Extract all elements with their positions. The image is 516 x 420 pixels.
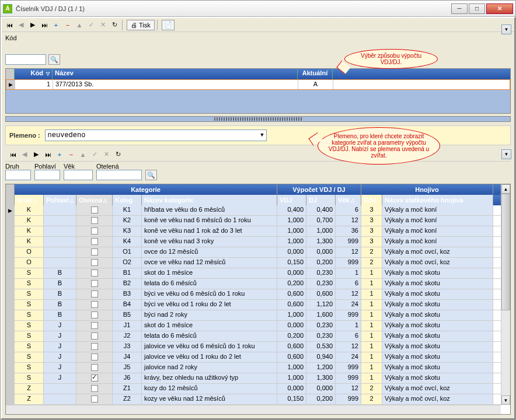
group-header-hnojivo: Hnojivo	[361, 184, 493, 195]
table-row[interactable]: KK3koně ve věku nad 1 rok až do 3 let1,0…	[6, 226, 510, 237]
confirm-button[interactable]: ✓	[86, 20, 96, 30]
nav-last-button[interactable]: ⏭	[39, 20, 50, 30]
group-header-kategorie: Kategorie	[15, 184, 277, 195]
col-header-dj[interactable]: DJ	[306, 195, 336, 205]
cell-nazev: 377/2013 Sb.	[53, 80, 298, 89]
table-row[interactable]: KK2koně ve věku nad 6 měsíců do 1 roku1,…	[6, 216, 510, 226]
table-row[interactable]: OO1ovce do 12 měsíců0,0000,000122Výkaly …	[6, 247, 510, 258]
filter-pohlavi-label: Pohlaví	[34, 163, 60, 170]
print-label: Tisk	[139, 22, 151, 29]
app-icon: A	[3, 4, 12, 13]
print-icon: 🖨	[131, 22, 137, 29]
filter-druh-input[interactable]	[5, 170, 31, 180]
table-row[interactable]: SBB5býci nad 2 roky1,0001,6009991Výkaly …	[6, 310, 510, 321]
col-header-vdj[interactable]: VDJ	[277, 195, 306, 205]
content-area: ⏮ ◀ ▶ ⏭ + − ▲ ✓ ✕ ↻ 🖨 Tisk 📄 Kód ▼	[1, 17, 515, 419]
nav-prev-button-2[interactable]: ◀	[19, 149, 30, 160]
window-title: Číselník VDJ / DJ (1 / 1)	[16, 5, 451, 12]
close-button[interactable]: ✕	[486, 4, 513, 14]
callout-plemeno: Plemeno, pro které chcete zobrazit kateg…	[318, 127, 440, 164]
col-header-hkod[interactable]: Kód	[361, 195, 382, 205]
col-header-hnazev[interactable]: Název statkového hnojiva	[382, 195, 493, 205]
cancel-button[interactable]: ✕	[97, 20, 108, 30]
cancel-button-2[interactable]: ✕	[101, 149, 111, 160]
col-header-otelena[interactable]: Otelená△	[76, 195, 113, 205]
scrollbar-vertical[interactable]: ▲ ▼	[501, 184, 510, 405]
scroll-down-icon[interactable]: ▼	[501, 396, 510, 405]
table-row[interactable]: SJJ2telata do 6 měsíců0,2000,23061Výkaly…	[6, 331, 510, 342]
filter-pohlavi-input[interactable]	[34, 170, 60, 180]
nav-next-button[interactable]: ▶	[27, 20, 38, 30]
filter-row: Druh Pohlaví Věk Otelená 🔍	[5, 163, 511, 180]
binoculars-icon: 🔍	[50, 56, 58, 64]
chevron-down-icon: ▼	[260, 132, 263, 138]
nav-first-button[interactable]: ⏮	[4, 20, 15, 30]
search-button[interactable]: 🔍	[48, 54, 60, 65]
col-header-nazev[interactable]: Název	[53, 69, 298, 79]
filter-otelena-label: Otelená	[96, 163, 142, 170]
delete-button-2[interactable]: −	[66, 149, 76, 160]
main-toolbar: ⏮ ◀ ▶ ⏭ + − ▲ ✓ ✕ ↻ 🖨 Tisk 📄	[2, 18, 514, 32]
scroll-up-icon[interactable]: ▲	[501, 184, 510, 194]
table-row[interactable]: ▶KK1hříbata ve věku do 6 měsíců0,4000,40…	[6, 205, 510, 216]
delete-button[interactable]: −	[62, 20, 73, 30]
col-header-pohlavi[interactable]: Pohlaví△	[44, 195, 76, 205]
col-header-kod[interactable]: Kód ▽	[15, 69, 53, 79]
table-row[interactable]: ZZ2kozy ve věku nad 12 měsíců0,1500,2009…	[6, 394, 510, 405]
table-row[interactable]: SJJ1skot do 1 měsíce0,0000,23011Výkaly a…	[6, 321, 510, 331]
group-header-vypocet: Výpočet VDJ / DJ	[277, 184, 361, 195]
col-header-nazevkat[interactable]: Název kategorie	[142, 195, 277, 205]
filter-search-button[interactable]: 🔍	[145, 170, 157, 180]
minimize-button[interactable]: ─	[451, 4, 468, 14]
col-header-aktualni[interactable]: Aktuální	[298, 69, 333, 79]
row-indicator-icon: ▶	[6, 80, 15, 89]
nav-first-button-2[interactable]: ⏮	[8, 149, 18, 160]
col-header-druh[interactable]: Druh△	[15, 195, 44, 205]
splitter[interactable]	[5, 116, 511, 122]
edit-button-2[interactable]: ▲	[78, 149, 88, 160]
cell-aktualni: A	[298, 80, 333, 89]
export-button[interactable]: 📄	[162, 20, 175, 30]
kod-label: Kód	[5, 34, 17, 41]
table-row[interactable]: OO2ovce ve věku nad 12 měsíců0,1500,2009…	[6, 258, 510, 268]
table-row[interactable]: SJJ5jalovice nad 2 roky1,0001,2009991Výk…	[6, 363, 510, 373]
table-row[interactable]: KK4koně ve věku nad 3 roky1,0001,3009993…	[6, 237, 510, 247]
table-row[interactable]: SJJ6krávy, bez ohledu na užitkový typ1,0…	[6, 373, 510, 384]
confirm-button-2[interactable]: ✓	[89, 149, 100, 160]
refresh-button-2[interactable]: ↻	[113, 149, 123, 160]
top-grid: Kód ▽ Název Aktuální ▶ 1 377/2013 Sb. A	[5, 68, 511, 114]
plemeno-select[interactable]: neuvedeno ▼	[45, 130, 267, 141]
table-row[interactable]: SBB1skot do 1 měsíce0,0000,23011Výkaly a…	[6, 268, 510, 279]
binoculars-icon: 🔍	[147, 172, 155, 179]
filter-otelena-input[interactable]	[96, 170, 142, 180]
header-dropdown[interactable]: ▼	[501, 24, 511, 34]
sub-dropdown[interactable]: ▼	[501, 149, 511, 159]
table-row[interactable]: SJJ4jalovice ve věku od 1 roku do 2 let0…	[6, 352, 510, 363]
col-header-vek[interactable]: Věk△	[336, 195, 361, 205]
titlebar: A Číselník VDJ / DJ (1 / 1) ─ □ ✕	[1, 1, 515, 17]
plemeno-label: Plemeno :	[9, 132, 40, 139]
add-button-2[interactable]: +	[54, 149, 65, 160]
kod-input[interactable]	[5, 54, 46, 65]
plemeno-value: neuvedeno	[48, 131, 86, 139]
table-row[interactable]: SBB4býci ve věku od 1 roku do 2 let0,600…	[6, 300, 510, 310]
table-row[interactable]: SBB3býci ve věku od 6 měsíců do 1 roku0,…	[6, 289, 510, 300]
scroll-thumb[interactable]	[501, 194, 510, 310]
refresh-button[interactable]: ↻	[109, 20, 120, 30]
print-button[interactable]: 🖨 Tisk	[127, 20, 155, 30]
table-row[interactable]: SJJ3jalovice ve věku od 6 měsíců do 1 ro…	[6, 342, 510, 352]
table-row[interactable]: SBB2telata do 6 měsíců0,2000,23061Výkaly…	[6, 279, 510, 289]
nav-prev-button[interactable]: ◀	[16, 20, 26, 30]
col-header-kateg[interactable]: Kateg	[113, 195, 142, 205]
cell-kod: 1	[15, 80, 53, 89]
maximize-button[interactable]: □	[469, 4, 485, 14]
table-row[interactable]: ZZ1kozy do 12 měsíců0,0000,000122Výkaly …	[6, 384, 510, 394]
scrollbar-horizontal[interactable]	[6, 405, 501, 414]
nav-last-button-2[interactable]: ⏭	[43, 149, 53, 160]
edit-button[interactable]: ▲	[74, 20, 85, 30]
callout-vypocet: Výběr způsobu výpočtu VDJ/DJ.	[344, 49, 438, 69]
filter-vek-input[interactable]	[64, 170, 93, 180]
top-grid-row[interactable]: ▶ 1 377/2013 Sb. A	[6, 79, 510, 90]
nav-next-button-2[interactable]: ▶	[31, 149, 41, 160]
add-button[interactable]: +	[51, 20, 61, 30]
